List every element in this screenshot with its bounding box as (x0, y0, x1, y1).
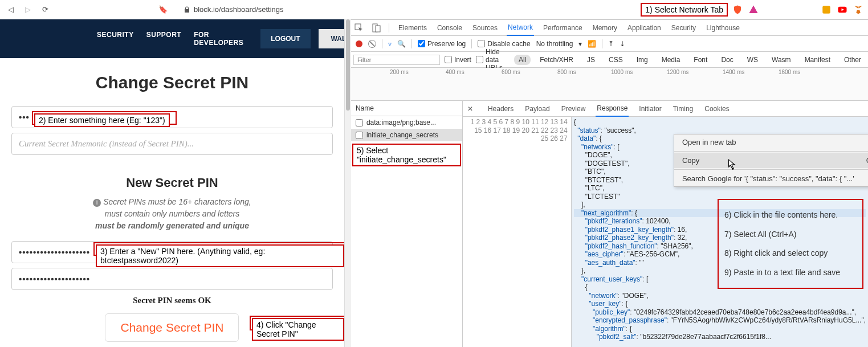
browser-toolbar: ◁ ▷ ⟳ 🔖 block.io/dashboard/settings 1) S… (0, 0, 868, 19)
resp-tab-response[interactable]: Response (596, 101, 629, 117)
wifi-icon[interactable]: 📶 (588, 40, 596, 48)
metamask-icon[interactable] (853, 5, 863, 15)
address-bar[interactable]: block.io/dashboard/settings (179, 5, 374, 14)
resp-tab-initiator[interactable]: Initiator (638, 101, 662, 116)
throttling-select[interactable]: No throttling (536, 40, 573, 48)
nav-support[interactable]: SUPPORT (146, 31, 182, 47)
resp-tab-timing[interactable]: Timing (672, 101, 695, 116)
filter-media[interactable]: Media (657, 55, 685, 65)
filter-ws[interactable]: WS (743, 55, 763, 65)
resp-tab-cookies[interactable]: Cookies (703, 101, 730, 116)
device-icon[interactable] (372, 23, 381, 32)
tab-lighthouse[interactable]: Lighthouse (705, 21, 741, 35)
extensions-area (732, 5, 863, 15)
extension-icon-1[interactable] (821, 5, 832, 15)
cursor-icon (728, 159, 737, 170)
brave-shield-icon[interactable] (732, 5, 743, 15)
inspect-icon[interactable] (354, 23, 364, 32)
youtube-icon[interactable] (837, 5, 847, 15)
annotation-box-6-9: 6) Click in the file contents here. 7) S… (718, 199, 863, 289)
ctx-copy[interactable]: CopyCtrl+C (674, 153, 868, 168)
filter-css[interactable]: CSS (604, 55, 627, 65)
tab-console[interactable]: Console (436, 21, 463, 35)
annotation-2: 2) Enter something here (Eg: "123") (34, 113, 170, 127)
request-item-1[interactable]: initiate_change_secrets (351, 129, 462, 141)
wallet-button[interactable]: WALLET (319, 29, 344, 48)
svg-rect-4 (376, 26, 380, 32)
search-icon[interactable]: 🔍 (397, 40, 406, 48)
filter-manifest[interactable]: Manifest (800, 55, 835, 65)
devtools-panel: Elements Console Sources Network Perform… (351, 19, 868, 347)
mnemonic-input[interactable]: Current Secret Mnemonic (instead of Secr… (11, 133, 333, 155)
filter-other[interactable]: Other (840, 55, 866, 65)
filter-icon[interactable]: ▿ (388, 40, 392, 48)
request-list: Name data:image/png;base... initiate_cha… (351, 101, 463, 347)
annotation-5: 5) Select "initiate_change_secrets" (352, 144, 461, 166)
bookmark-icon[interactable]: 🔖 (158, 5, 168, 14)
annotation-3: 3) Enter a "New" PIN here. (Anything val… (96, 244, 344, 267)
logout-button[interactable]: LOGOUT (260, 29, 310, 48)
tab-memory[interactable]: Memory (592, 21, 618, 35)
resp-tab-headers[interactable]: Headers (487, 101, 515, 116)
ctx-open-new-tab[interactable]: Open in new tab (674, 134, 868, 150)
url-text: block.io/dashboard/settings (194, 5, 284, 14)
request-list-header: Name (351, 101, 462, 116)
network-timeline[interactable]: 200 ms 400 ms 600 ms 800 ms 1000 ms 1200… (351, 68, 868, 101)
change-pin-button[interactable]: Change Secret PIN (105, 313, 239, 342)
site-header: SECURITY SUPPORT FOR DEVELOPERS LOGOUT W… (0, 19, 344, 58)
upload-icon[interactable]: ⤒ (608, 40, 614, 48)
tab-security[interactable]: Security (670, 21, 697, 35)
pin-ok-text: Secret PIN seems OK (11, 296, 333, 305)
back-button[interactable]: ◁ (5, 3, 17, 16)
page-title: Change Secret PIN (11, 73, 333, 92)
tab-application[interactable]: Application (626, 21, 662, 35)
filter-fetch[interactable]: Fetch/XHR (535, 55, 578, 65)
resp-tab-payload[interactable]: Payload (524, 101, 551, 116)
lock-icon (184, 6, 190, 13)
filter-js[interactable]: JS (582, 55, 600, 65)
svg-rect-0 (822, 6, 830, 14)
throttling-chevron-icon[interactable]: ▾ (578, 40, 582, 48)
filter-input[interactable] (353, 55, 440, 65)
network-filter-row: Invert Hide data URLs All Fetch/XHR JS C… (351, 52, 868, 68)
tab-performance[interactable]: Performance (542, 21, 584, 35)
brave-rewards-icon[interactable] (748, 5, 759, 15)
resp-tab-preview[interactable]: Preview (560, 101, 587, 116)
filter-all[interactable]: All (514, 55, 531, 65)
record-button[interactable] (356, 40, 362, 47)
filter-wasm[interactable]: Wasm (767, 55, 796, 65)
reload-button[interactable]: ⟳ (39, 3, 51, 16)
forward-button[interactable]: ▷ (22, 3, 34, 16)
ctx-search-google[interactable]: Search Google for '{ "status": "success"… (674, 171, 868, 186)
context-menu: Open in new tab CopyCtrl+C Search Google… (674, 134, 868, 187)
tab-sources[interactable]: Sources (471, 21, 499, 35)
tab-elements[interactable]: Elements (397, 21, 428, 35)
download-icon[interactable]: ⤓ (620, 40, 625, 48)
pin-hint: iSecret PINs must be 16+ characters long… (11, 196, 333, 232)
page-content: SECURITY SUPPORT FOR DEVELOPERS LOGOUT W… (0, 19, 344, 347)
annotation-1: 1) Select Network Tab (641, 3, 728, 17)
preserve-log-checkbox[interactable]: Preserve log (418, 40, 466, 48)
invert-checkbox[interactable]: Invert (445, 56, 471, 64)
response-pane: ✕ Headers Payload Preview Response Initi… (463, 101, 868, 347)
page-scrollbar[interactable] (344, 19, 351, 347)
network-toolbar: ▿ 🔍 Preserve log Disable cache No thrott… (351, 36, 868, 52)
devtools-tabs: Elements Console Sources Network Perform… (351, 20, 868, 36)
nav-developers[interactable]: FOR DEVELOPERS (194, 31, 243, 47)
confirm-pin-input[interactable]: •••••••••••••••••••• (11, 268, 333, 290)
info-icon: i (93, 199, 101, 207)
nav-security[interactable]: SECURITY (97, 31, 134, 47)
filter-font[interactable]: Font (689, 55, 712, 65)
annotation-4: 4) Click "Change Secret PIN" (252, 318, 344, 341)
new-pin-heading: New Secret PIN (11, 175, 333, 190)
request-item-0[interactable]: data:image/png;base... (351, 116, 462, 129)
filter-doc[interactable]: Doc (716, 55, 737, 65)
tab-network[interactable]: Network (507, 20, 534, 36)
filter-img[interactable]: Img (632, 55, 653, 65)
disable-cache-checkbox[interactable]: Disable cache (478, 40, 530, 48)
close-response-icon[interactable]: ✕ (467, 105, 478, 113)
clear-button[interactable] (368, 40, 376, 48)
